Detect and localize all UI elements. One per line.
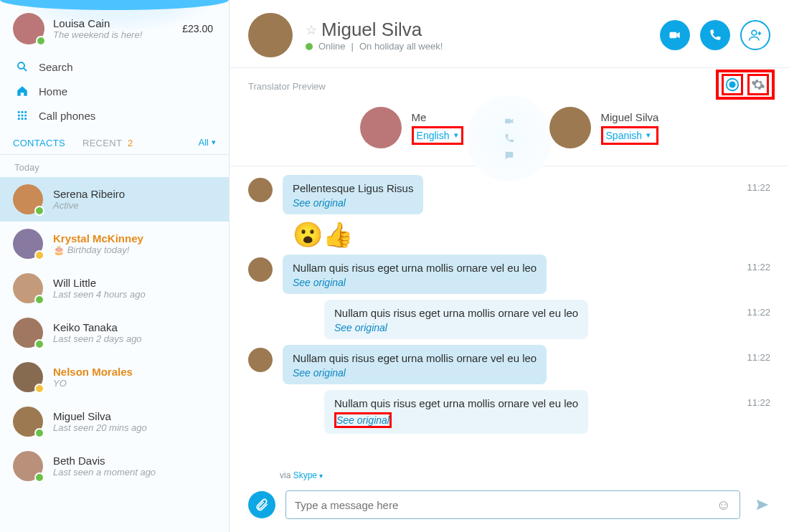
see-original-link[interactable]: See original (293, 197, 346, 209)
message-input-wrap[interactable]: ☺ (285, 490, 740, 519)
svg-point-7 (24, 114, 27, 116)
chat-status-text: Online (318, 41, 346, 52)
send-button[interactable] (755, 497, 770, 513)
contact-name: Beth Davis (53, 455, 156, 467)
composer: ☺ (230, 483, 789, 532)
svg-point-6 (21, 114, 23, 116)
message-time: 11:22 (730, 175, 770, 193)
message-input[interactable] (295, 499, 717, 511)
sidebar: Louisa Cain The weekend is here! £23.00 … (0, 0, 230, 532)
contact-list: Serena RibeiroActiveKrystal McKinney🎂 Bi… (0, 177, 229, 532)
favorite-star-icon[interactable]: ☆ (306, 22, 317, 38)
home-icon (16, 85, 29, 98)
add-participant-button[interactable] (740, 20, 770, 50)
settings-gear-button[interactable] (747, 74, 769, 95)
svg-point-9 (21, 118, 23, 120)
contact-item[interactable]: Beth DavisLast seen a moment ago (0, 444, 229, 488)
via-skype-link[interactable]: Skype (293, 470, 317, 480)
status-dot (34, 206, 44, 216)
contact-subtext: Last seen 2 days ago (53, 333, 142, 344)
divider: | (351, 41, 354, 52)
translator-toggle-button[interactable] (722, 74, 743, 95)
message-time: 11:22 (730, 390, 770, 408)
contact-name: Krystal McKinney (53, 232, 143, 244)
message-text: Nullam quis risus eget urna mollis ornar… (293, 352, 537, 364)
recent-count: 2 (128, 138, 133, 148)
video-call-button[interactable] (660, 20, 690, 50)
birthday-icon: 🎂 (53, 244, 67, 255)
status-dot (34, 250, 44, 260)
translator-mode-icons (466, 95, 552, 181)
tab-contacts[interactable]: CONTACTS (13, 130, 71, 154)
message-time: 11:22 (730, 345, 770, 363)
nav-call-phones[interactable]: Call phones (0, 103, 229, 128)
filter-all[interactable]: All ▾ (199, 137, 216, 148)
chevron-down-icon: ▾ (212, 138, 216, 147)
voice-call-button[interactable] (700, 20, 730, 50)
tab-recent[interactable]: RECENT 2 (82, 130, 138, 154)
svg-point-3 (21, 111, 23, 113)
own-name[interactable]: Louisa Cain (53, 17, 182, 29)
see-original-link[interactable]: See original (293, 277, 346, 288)
their-language-picker[interactable]: Spanish ▾ (601, 126, 659, 145)
video-icon (504, 115, 515, 127)
nav-call-phones-label: Call phones (39, 110, 95, 122)
message-bubble: Nullam quis risus eget urna mollis ornar… (324, 300, 588, 339)
my-language-picker[interactable]: English ▾ (412, 126, 463, 145)
toolbar-highlight (716, 70, 775, 100)
contact-avatar (13, 273, 43, 303)
section-today: Today (0, 155, 229, 177)
chat-header: ☆ Miguel Silva Online | On holiday all w… (230, 0, 789, 68)
contact-avatar (13, 318, 43, 348)
status-dot (34, 384, 44, 394)
see-original-link[interactable]: See original (293, 367, 346, 379)
contact-item[interactable]: Nelson MoralesYO (0, 355, 229, 399)
contact-item[interactable]: Will LittleLast seen 4 hours ago (0, 266, 229, 310)
svg-rect-11 (670, 32, 677, 38)
credit-balance[interactable]: £23.00 (182, 23, 213, 34)
svg-point-16 (729, 82, 734, 87)
emoji-picker-button[interactable]: ☺ (717, 497, 731, 513)
phone-icon (504, 133, 515, 144)
own-status-dot (36, 36, 46, 46)
translator-panel: Me English ▾ Miguel Silva Spanish ▾ (230, 100, 789, 166)
svg-point-10 (24, 118, 27, 120)
contact-item[interactable]: Krystal McKinney🎂 Birthday today! (0, 222, 229, 266)
message-avatar (248, 348, 273, 372)
message-text: Nullam quis risus eget urna mollis ornar… (293, 262, 537, 274)
contact-name: Miguel Silva (53, 410, 147, 422)
see-original-link[interactable]: See original (334, 412, 392, 428)
contact-avatar (13, 184, 43, 214)
via-prefix: via (280, 470, 293, 480)
svg-point-2 (18, 111, 20, 113)
dialpad-icon (16, 109, 29, 122)
own-avatar[interactable] (13, 13, 44, 44)
message-text: Nullam quis risus eget urna mollis ornar… (334, 397, 578, 409)
chat-contact-avatar[interactable] (248, 13, 293, 57)
message-bubble: Pellentesque Ligus RisusSee original (283, 175, 423, 214)
svg-point-8 (18, 118, 20, 120)
status-dot (34, 472, 44, 483)
contact-avatar (13, 229, 43, 259)
nav-home[interactable]: Home (0, 79, 229, 103)
translator-them-label: Miguel Silva (601, 111, 659, 123)
main-pane: ☆ Miguel Silva Online | On holiday all w… (230, 0, 789, 532)
message-time: 11:22 (730, 300, 770, 318)
own-mood[interactable]: The weekend is here! (53, 29, 182, 40)
contact-item[interactable]: Serena RibeiroActive (0, 177, 229, 222)
translator-me-label: Me (412, 111, 463, 123)
message-row: Nullam quis risus eget urna mollis ornar… (248, 390, 770, 434)
cloud-decoration (0, 0, 229, 10)
chevron-down-icon: ▾ (646, 130, 651, 140)
chat-mood: On holiday all week! (359, 41, 443, 52)
status-dot (34, 295, 44, 305)
translator-me: Me English ▾ (360, 107, 463, 148)
search-row[interactable]: Search (0, 54, 229, 79)
contact-item[interactable]: Keiko TanakaLast seen 2 days ago (0, 310, 229, 355)
contact-item[interactable]: Miguel SilvaLast seen 20 mins ago (0, 399, 229, 444)
message-list[interactable]: Pellentesque Ligus RisusSee original11:2… (230, 166, 789, 470)
see-original-link[interactable]: See original (334, 322, 387, 333)
contact-name: Keiko Tanaka (53, 321, 142, 333)
attach-button[interactable] (248, 491, 275, 518)
message-bubble: Nullam quis risus eget urna mollis ornar… (324, 390, 588, 434)
